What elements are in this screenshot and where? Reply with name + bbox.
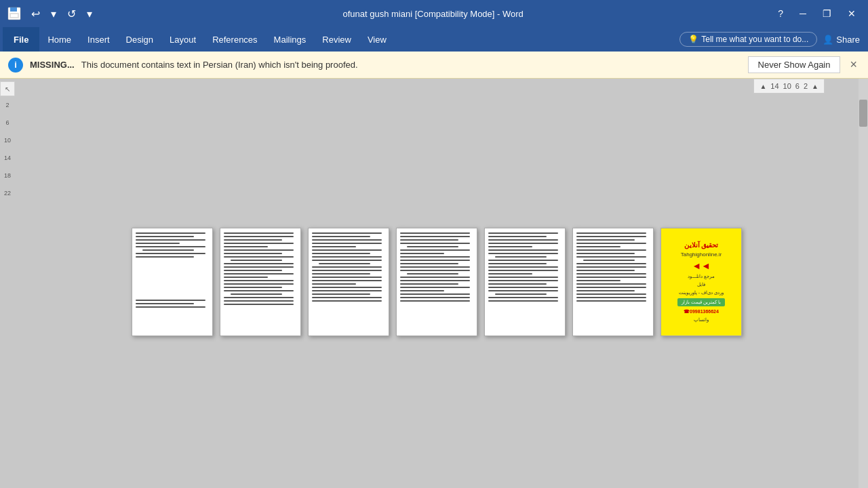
page-5-content <box>485 228 565 306</box>
title-bar: ↩ ▾ ↺ ▾ ofunat gush miani [Compatibility… <box>0 0 868 27</box>
page-6-content <box>573 228 653 306</box>
minimize-button[interactable]: ─ <box>793 5 813 22</box>
undo-button[interactable]: ↩ <box>28 6 43 22</box>
page-7-ad: تحقیق آنلاین Tahghighonline.ir ◄◄ مرجع د… <box>660 228 742 336</box>
ruler-right-triangle: ▲ <box>812 83 818 90</box>
never-show-again-button[interactable]: Never Show Again <box>748 56 841 73</box>
notification-close-button[interactable]: × <box>847 58 860 72</box>
ad-line2: فایل <box>697 282 705 287</box>
ruler-num-14: 14 <box>770 82 778 90</box>
page-1-content <box>132 228 212 262</box>
menu-bar: File Home Insert Design Layout Reference… <box>0 27 868 52</box>
ruler-left-triangle: ▲ <box>760 83 766 90</box>
svg-rect-3 <box>11 14 18 17</box>
ruler-num-10: 10 <box>783 82 791 90</box>
ad-line3: وردی دی‌اف - پاورپوینت <box>679 290 724 296</box>
undo-dropdown[interactable]: ▾ <box>48 6 59 22</box>
page-3 <box>308 228 389 336</box>
vertical-ruler: 2 6 10 14 18 22 <box>4 102 11 197</box>
page-4 <box>396 228 477 336</box>
menu-review[interactable]: Review <box>314 27 359 52</box>
content-area[interactable]: ▲ 14 10 6 2 ▲ <box>15 79 859 488</box>
page-6 <box>572 228 654 336</box>
page-1-bottom <box>132 296 212 312</box>
restore-button[interactable]: ❐ <box>816 5 838 22</box>
menu-view[interactable]: View <box>359 27 395 52</box>
scrollbar-thumb[interactable] <box>859 100 867 127</box>
ad-title: تحقیق آنلاین <box>684 241 719 249</box>
save-button[interactable] <box>5 5 23 22</box>
notification-bar: i MISSING... This document contains text… <box>0 52 868 79</box>
ad-site: Tahghighonline.ir <box>681 251 722 258</box>
page-3-content <box>309 228 389 306</box>
pages-container: تحقیق آنلاین Tahghighonline.ir ◄◄ مرجع د… <box>132 228 742 336</box>
user-icon: 👤 <box>823 35 833 45</box>
document-title: ofunat gush miani [Compatibility Mode] -… <box>95 9 771 19</box>
ruler-num-2: 2 <box>804 82 808 90</box>
title-bar-left: ↩ ▾ ↺ ▾ <box>5 5 95 22</box>
ruler-num-6: 6 <box>795 82 800 90</box>
help-button[interactable]: ? <box>771 5 790 22</box>
ad-social: واتساپ <box>694 317 709 323</box>
horizontal-ruler: ▲ 14 10 6 2 ▲ <box>753 79 825 94</box>
page-1 <box>132 228 213 336</box>
missing-label: MISSING... <box>30 60 75 70</box>
page-2 <box>220 228 301 336</box>
menu-layout[interactable]: Layout <box>161 27 204 52</box>
lightbulb-icon: 💡 <box>688 35 698 44</box>
menu-file[interactable]: File <box>3 27 39 52</box>
svg-rect-1 <box>10 7 17 12</box>
tell-me-button[interactable]: 💡 Tell me what you want to do... <box>679 32 817 47</box>
notification-info-icon: i <box>8 58 23 73</box>
ad-btn: با کمترین قیمت بازار <box>677 298 725 306</box>
redo-button[interactable]: ↺ <box>64 6 79 22</box>
ruler-corner[interactable]: ↖ <box>0 81 15 96</box>
menu-insert[interactable]: Insert <box>79 27 118 52</box>
menu-design[interactable]: Design <box>118 27 161 52</box>
close-button[interactable]: ✕ <box>841 5 863 22</box>
main-area: ↖ 2 6 10 14 18 22 ▲ 14 10 6 2 ▲ <box>0 79 868 488</box>
save-icon <box>7 6 22 21</box>
window-controls: ? ─ ❐ ✕ <box>771 5 863 22</box>
menu-home[interactable]: Home <box>39 27 79 52</box>
left-sidebar: ↖ 2 6 10 14 18 22 <box>0 79 15 488</box>
page-5 <box>484 228 566 336</box>
ad-phone: ☎09981366624 <box>684 309 719 314</box>
vertical-scrollbar[interactable] <box>859 79 868 488</box>
customize-quick-access[interactable]: ▾ <box>84 6 95 22</box>
menu-bar-right: 💡 Tell me what you want to do... 👤 Share <box>679 27 865 52</box>
share-button[interactable]: 👤 Share <box>823 35 860 45</box>
menu-references[interactable]: References <box>204 27 265 52</box>
page-2-content <box>220 228 300 309</box>
ad-arrows: ◄◄ <box>692 260 711 271</box>
ad-line1: مرجع دانلـــود <box>688 274 715 279</box>
notification-message: This document contains text in Persian (… <box>81 60 741 70</box>
menu-mailings[interactable]: Mailings <box>266 27 315 52</box>
page-4-content <box>397 228 477 306</box>
